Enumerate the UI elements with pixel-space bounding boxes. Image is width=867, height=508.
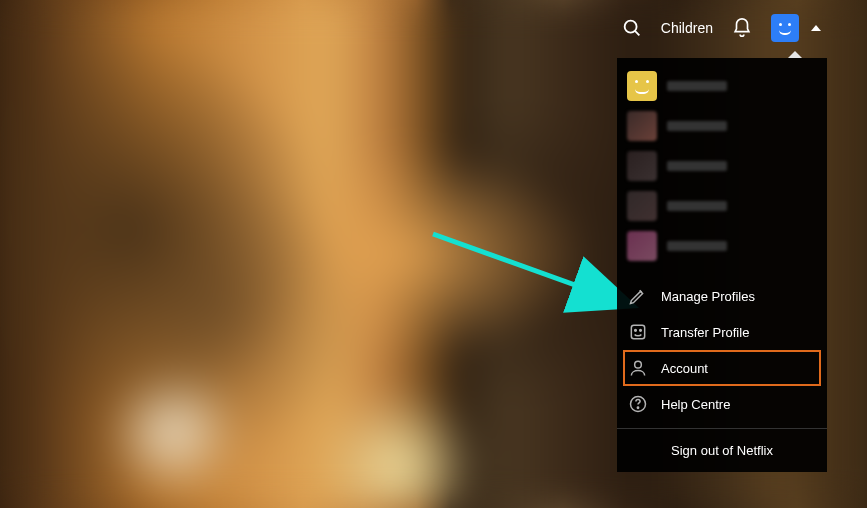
- profile-item[interactable]: [617, 66, 827, 106]
- person-icon: [627, 358, 649, 378]
- help-icon: [627, 394, 649, 414]
- pencil-icon: [627, 286, 649, 306]
- signout-label: Sign out of Netflix: [671, 443, 773, 458]
- svg-point-5: [635, 361, 642, 368]
- sign-out-item[interactable]: Sign out of Netflix: [617, 429, 827, 472]
- search-icon[interactable]: [621, 17, 643, 39]
- profile-item[interactable]: [617, 226, 827, 266]
- svg-line-1: [635, 31, 639, 35]
- dropdown-pointer-icon: [788, 51, 802, 58]
- top-navigation: Children: [0, 0, 867, 56]
- svg-point-4: [640, 330, 642, 332]
- menu-label: Manage Profiles: [661, 289, 755, 304]
- profile-avatar-icon: [627, 151, 657, 181]
- svg-rect-2: [631, 325, 644, 338]
- transfer-profile-item[interactable]: Transfer Profile: [617, 314, 827, 350]
- svg-point-7: [637, 407, 638, 408]
- profile-avatar-icon: [627, 111, 657, 141]
- manage-profiles-item[interactable]: Manage Profiles: [617, 278, 827, 314]
- profile-name-redacted: [667, 121, 727, 131]
- profile-avatar-icon: [627, 231, 657, 261]
- profile-name-redacted: [667, 241, 727, 251]
- menu-list: Manage Profiles Transfer Profile Accou: [617, 272, 827, 428]
- profile-avatar-icon: [627, 71, 657, 101]
- profile-item[interactable]: [617, 186, 827, 226]
- profile-item[interactable]: [617, 146, 827, 186]
- profile-name-redacted: [667, 201, 727, 211]
- profile-name-redacted: [667, 81, 727, 91]
- notifications-bell-icon[interactable]: [731, 17, 753, 39]
- profile-avatar[interactable]: [771, 14, 799, 42]
- account-item[interactable]: Account: [623, 350, 821, 386]
- help-centre-item[interactable]: Help Centre: [617, 386, 827, 422]
- menu-label: Transfer Profile: [661, 325, 749, 340]
- menu-label: Account: [661, 361, 708, 376]
- caret-up-icon[interactable]: [811, 25, 821, 31]
- children-link[interactable]: Children: [661, 20, 713, 36]
- menu-label: Help Centre: [661, 397, 730, 412]
- profile-item[interactable]: [617, 106, 827, 146]
- account-dropdown: Manage Profiles Transfer Profile Accou: [617, 58, 827, 472]
- transfer-profile-icon: [627, 322, 649, 342]
- profile-list: [617, 58, 827, 272]
- svg-point-3: [635, 330, 637, 332]
- svg-point-0: [625, 21, 637, 33]
- profile-avatar-icon: [627, 191, 657, 221]
- profile-name-redacted: [667, 161, 727, 171]
